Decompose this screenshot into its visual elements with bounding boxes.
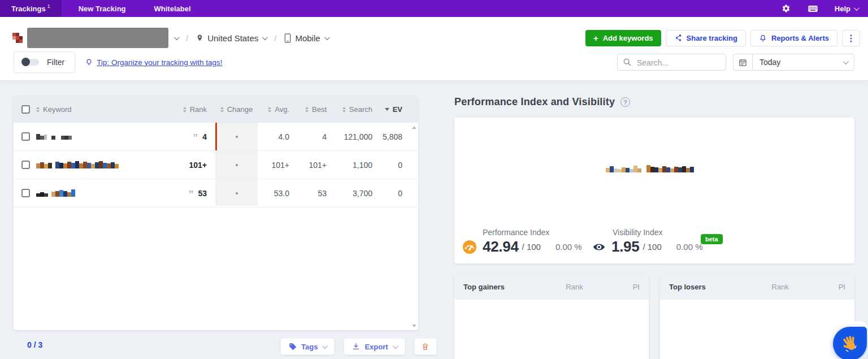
top-gainers-title: Top gainers <box>463 283 566 291</box>
best-header-label: Best <box>312 105 327 114</box>
keyboard-icon[interactable] <box>808 4 818 14</box>
nav-trackings[interactable]: Trackings 1 <box>0 0 62 17</box>
search-input[interactable] <box>636 54 723 71</box>
avg-header-label: Avg. <box>275 105 289 114</box>
lightbulb-icon <box>85 58 93 67</box>
reports-alerts-label: Reports & Alerts <box>771 34 829 42</box>
delete-button[interactable] <box>414 338 437 355</box>
performance-index-max: / 100 <box>522 242 541 252</box>
row-checkbox[interactable] <box>21 161 30 169</box>
chart-legend-redacted <box>606 165 694 172</box>
add-keywords-button[interactable]: + Add keywords <box>585 30 661 46</box>
rank-column-label: Rank <box>566 283 583 291</box>
more-actions-button[interactable]: ⋮ <box>842 30 860 46</box>
table-scroll-down-arrow[interactable] <box>412 325 416 327</box>
keyword-redacted <box>36 123 149 150</box>
gauge-icon <box>462 240 477 254</box>
rank-header-label: Rank <box>190 105 207 114</box>
location-selector[interactable]: United States <box>196 33 266 43</box>
tags-button[interactable]: Tags <box>280 338 335 355</box>
column-header-search[interactable]: Search <box>330 96 372 123</box>
keyword-redacted <box>36 179 149 207</box>
filter-label: Filter <box>47 58 64 67</box>
device-label: Mobile <box>295 33 320 43</box>
mobile-phone-icon <box>284 33 291 43</box>
performance-index-value: 42.94 <box>483 238 519 256</box>
nav-new-tracking[interactable]: New Tracking <box>67 0 137 17</box>
project-header: / United States / Mobile + Add keywords … <box>0 17 868 80</box>
row-checkbox[interactable] <box>21 189 30 197</box>
performance-visibility-title: Performance Index and Visibility <box>454 96 615 108</box>
pi-column-label: PI <box>633 283 640 291</box>
device-selector[interactable]: Mobile <box>284 33 328 43</box>
chevron-down-icon <box>324 34 330 40</box>
performance-chart-card: Performance Index 42.94 / 100 0.00 % Vis… <box>454 118 854 263</box>
top-nav-bar: Trackings 1 New Tracking Whitelabel Help <box>0 0 868 17</box>
filter-toggle-card[interactable]: Filter <box>14 51 75 73</box>
best-value: 53 <box>318 189 327 198</box>
visibility-index-change: 0.00 % <box>676 242 703 252</box>
project-name-redacted[interactable] <box>27 28 168 48</box>
no-change-dot <box>236 164 238 166</box>
table-row[interactable]: 101+ 101+ 101+ 1,100 0 <box>14 151 418 179</box>
nav-whitelabel[interactable]: Whitelabel <box>143 0 202 17</box>
chevron-down-icon <box>393 343 398 349</box>
selected-count: 0 / 3 <box>27 340 42 349</box>
column-header-ev[interactable]: EV <box>370 96 402 123</box>
reports-alerts-button[interactable]: Reports & Alerts <box>750 30 837 46</box>
tags-tip-label: Tip: Organize your tracking with tags! <box>97 58 222 67</box>
column-header-keyword[interactable]: Keyword <box>36 96 149 123</box>
sort-icon <box>305 107 309 113</box>
nav-whitelabel-label: Whitelabel <box>154 5 191 13</box>
avg-value: 101+ <box>271 161 289 170</box>
project-favicon <box>12 33 23 43</box>
sort-icon <box>342 107 346 113</box>
ev-header-label: EV <box>393 105 402 114</box>
column-header-rank[interactable]: Rank <box>164 96 207 123</box>
download-icon <box>352 343 360 351</box>
serp-quote-icon: ” <box>193 135 198 141</box>
table-row[interactable]: ” 53 53.0 53 3,700 0 <box>14 179 418 207</box>
question-glyph: ? <box>623 99 627 106</box>
ev-value: 5,808 <box>383 132 402 141</box>
row-checkbox[interactable] <box>21 132 30 141</box>
project-selector[interactable] <box>174 36 178 40</box>
table-header-row: Keyword Rank Change Avg. Best Search EV <box>14 96 418 123</box>
help-menu[interactable]: Help <box>835 5 858 13</box>
no-change-dot <box>236 136 238 138</box>
share-tracking-button[interactable]: Share tracking <box>666 30 746 46</box>
eye-icon <box>592 240 606 254</box>
separator: / <box>274 33 276 43</box>
tags-tip-link[interactable]: Tip: Organize your tracking with tags! <box>85 58 222 67</box>
column-header-avg[interactable]: Avg. <box>251 96 289 123</box>
date-range-picker[interactable]: Today <box>733 54 854 71</box>
table-row[interactable]: ” 4 4.0 4 121,000 5,808 <box>14 123 418 151</box>
rank-value: 101+ <box>189 161 207 170</box>
performance-index-change: 0.00 % <box>555 242 582 252</box>
ev-value: 0 <box>398 189 402 198</box>
chevron-down-icon <box>262 34 268 40</box>
top-gainers-header: Top gainers Rank PI <box>454 274 649 300</box>
change-header-label: Change <box>227 105 253 114</box>
column-header-best[interactable]: Best <box>296 96 327 123</box>
chat-bubble-button[interactable] <box>833 327 867 359</box>
settings-gear-icon[interactable] <box>782 4 791 14</box>
help-question-icon[interactable]: ? <box>620 97 630 107</box>
top-losers-header: Top losers Rank PI <box>660 274 854 300</box>
sort-desc-icon <box>385 108 389 111</box>
avg-value: 53.0 <box>274 189 289 198</box>
filter-toggle[interactable] <box>22 59 39 66</box>
rank-value: 53 <box>198 189 207 198</box>
separator: / <box>186 33 188 43</box>
export-button[interactable]: Export <box>344 338 405 355</box>
visibility-index-block: Visibility Index 1.95 / 100 0.00 % <box>592 228 702 256</box>
search-box <box>617 54 726 71</box>
tags-label: Tags <box>301 343 318 351</box>
tag-icon <box>289 343 297 351</box>
select-all-checkbox[interactable] <box>21 105 30 114</box>
sort-icon <box>183 107 186 113</box>
avg-value: 4.0 <box>279 132 289 141</box>
top-losers-card: Top losers Rank PI <box>660 274 854 359</box>
search-icon <box>623 58 632 67</box>
table-scroll-up-arrow[interactable] <box>412 126 416 129</box>
